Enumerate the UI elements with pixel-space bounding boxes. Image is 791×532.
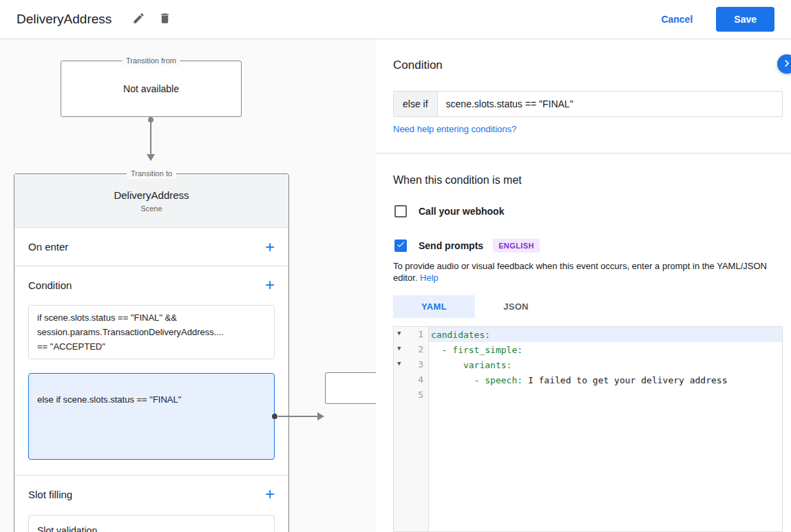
send-prompts-label: Send prompts	[419, 240, 483, 251]
line-number: 1	[418, 329, 423, 339]
condition-prefix-chip: else if	[394, 92, 438, 116]
pencil-icon	[132, 12, 145, 27]
cancel-button[interactable]: Cancel	[661, 14, 693, 25]
tab-json[interactable]: JSON	[475, 295, 557, 318]
transition-from-value: Not available	[123, 83, 179, 94]
page-title: DeliveryAddress	[17, 12, 112, 27]
save-button[interactable]: Save	[716, 7, 774, 32]
panel-title: Condition	[393, 58, 443, 72]
trash-icon	[158, 12, 171, 27]
top-bar: DeliveryAddress Cancel Save	[0, 0, 791, 39]
on-enter-label: On enter	[28, 241, 68, 253]
flow-connector-line	[150, 121, 151, 156]
condition-details-panel: Condition else if Need help entering con…	[376, 39, 791, 532]
condition-help-link[interactable]: Need help entering conditions?	[393, 124, 516, 134]
code-line[interactable]: candidates:	[429, 327, 782, 342]
condition-section-label: Condition	[28, 279, 72, 291]
scene-editor-app: DeliveryAddress Cancel Save Transition f…	[0, 0, 791, 532]
tab-yaml[interactable]: YAML	[393, 295, 475, 318]
transition-to-label: Transition to	[127, 169, 176, 179]
when-condition-heading: When this condition is met	[393, 174, 522, 187]
editor-code-area[interactable]: candidates: - first_simple: variants: - …	[429, 327, 782, 531]
yaml-key-token: - first_simple:	[431, 345, 523, 355]
gutter-row: 4	[394, 372, 428, 387]
prompt-help-link[interactable]: Help	[420, 273, 439, 283]
fold-toggle-icon[interactable]: ▼	[397, 360, 401, 367]
condition-expression-input[interactable]	[438, 92, 782, 116]
webhook-label: Call your webhook	[419, 206, 504, 217]
language-badge: ENGLISH	[493, 239, 540, 253]
chevron-right-icon	[780, 56, 791, 72]
condition-expression-row: else if	[393, 91, 783, 117]
code-line[interactable]: variants:	[429, 357, 782, 372]
line-number: 3	[418, 359, 423, 370]
delete-scene-button[interactable]	[153, 8, 176, 31]
line-number: 2	[418, 344, 423, 354]
scene-node-title: DeliveryAddress	[114, 189, 189, 201]
code-line[interactable]	[429, 387, 782, 403]
transition-from-label: Transition from	[122, 56, 180, 66]
gutter-row: ▼ 1	[394, 327, 428, 342]
webhook-option-row: Call your webhook	[394, 205, 504, 217]
fold-toggle-icon[interactable]: ▼	[397, 345, 401, 352]
edge-line	[278, 416, 317, 417]
condition-item-text: else if scene.slots.status == "FINAL"	[37, 394, 181, 405]
gutter-row: 5	[394, 387, 428, 403]
condition-item-selected[interactable]: else if scene.slots.status == "FINAL"	[28, 373, 275, 460]
slot-filling-section-row: Slot filling +	[14, 476, 288, 513]
edge-start-dot	[272, 414, 277, 419]
yaml-key-token: candidates:	[431, 330, 490, 340]
scene-node-card: Transition to DeliveryAddress Scene On e…	[14, 173, 289, 532]
webhook-checkbox[interactable]	[394, 205, 407, 217]
fold-toggle-icon[interactable]: ▼	[397, 330, 401, 337]
edit-name-button[interactable]	[127, 8, 150, 31]
send-prompts-checkbox[interactable]	[394, 240, 407, 252]
on-enter-row: On enter +	[14, 228, 288, 266]
prompt-hint-body: To provide audio or visual feedback when…	[393, 261, 767, 283]
line-number: 4	[418, 374, 423, 385]
prompt-hint-text: To provide audio or visual feedback when…	[393, 260, 783, 284]
gutter-row: ▼ 2	[394, 342, 428, 357]
flow-canvas: Transition from Not available Transition…	[0, 39, 376, 532]
flow-connector-arrowhead	[147, 154, 155, 161]
code-line[interactable]: - speech: I failed to get your delivery …	[429, 372, 782, 387]
send-prompts-option-row: Send prompts ENGLISH	[394, 239, 540, 253]
panel-divider	[376, 153, 791, 153]
edge-arrowhead-icon	[317, 412, 324, 421]
add-condition-button[interactable]: +	[265, 278, 275, 292]
yaml-key-token: variants:	[431, 360, 511, 370]
yaml-value-token: I failed to get your delivery address	[528, 375, 728, 385]
editor-gutter: ▼ 1 ▼ 2 ▼ 3 4 5	[394, 327, 429, 531]
editor-format-tabs: YAML JSON	[393, 295, 557, 318]
gutter-row: ▼ 3	[394, 357, 428, 372]
condition-item[interactable]: if scene.slots.status == "FINAL" && sess…	[28, 305, 275, 359]
edge-target-node[interactable]	[325, 372, 376, 404]
scene-node-subtitle: Scene	[140, 204, 162, 213]
slot-filling-section-label: Slot filling	[28, 489, 72, 500]
collapse-panel-button[interactable]	[777, 54, 791, 74]
add-on-enter-button[interactable]: +	[265, 240, 275, 254]
transition-from-node[interactable]: Transition from Not available	[61, 61, 242, 117]
yaml-code-editor[interactable]: ▼ 1 ▼ 2 ▼ 3 4 5 candidates:	[393, 326, 783, 532]
scene-node-header[interactable]: DeliveryAddress Scene	[14, 174, 288, 228]
condition-section-row: Condition +	[14, 266, 288, 304]
code-line[interactable]: - first_simple:	[429, 342, 782, 357]
line-number: 5	[418, 390, 423, 400]
slot-item[interactable]: Slot validation	[28, 515, 275, 532]
checkmark-icon	[396, 240, 405, 252]
add-slot-button[interactable]: +	[265, 487, 275, 501]
yaml-key-token: - speech:	[431, 375, 528, 385]
